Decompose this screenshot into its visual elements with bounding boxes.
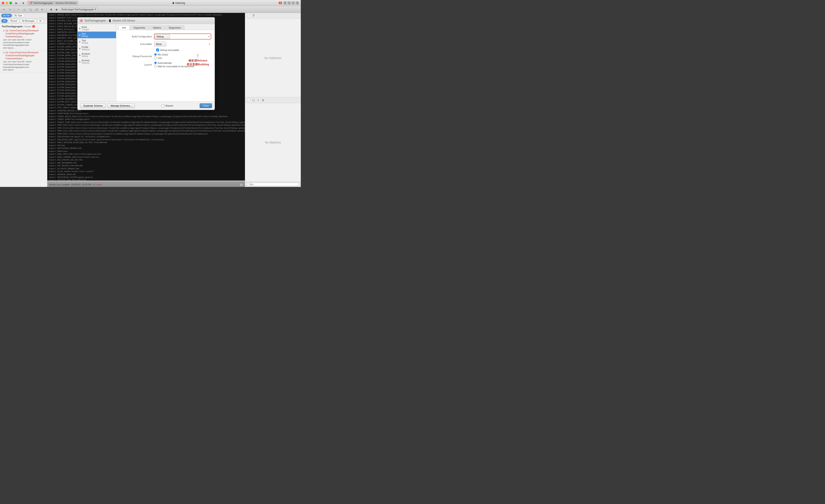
root-radio[interactable] <box>154 57 157 59</box>
by-type-button[interactable]: By Type <box>13 14 24 17</box>
test-group[interactable]: ▶ Test Debug <box>78 38 116 45</box>
tab-info[interactable]: Info <box>119 25 130 30</box>
inspector-toggle[interactable]: ⊞ <box>296 1 299 5</box>
issue-2-title: Cp: /Users/Cain/Library/Developer/Xcode/… <box>5 51 39 60</box>
by-file-button[interactable]: By File <box>1 14 12 17</box>
window-controls-right[interactable]: ⊞ ⊟ ⊡ ⊞ <box>283 1 299 5</box>
nav-issue-1[interactable]: ⊘ Cp: /Users/Cain/Library/Developer/Xcod… <box>0 28 47 50</box>
build-sub: 1 target <box>82 28 89 31</box>
build-name: Build <box>82 26 89 28</box>
modal-footer-left: Duplicate Scheme Manage Schemes... <box>80 103 135 108</box>
close-button[interactable] <box>2 2 4 4</box>
breadcrumb-project: TestTwoAggregate <box>84 19 106 22</box>
all-filter[interactable]: All <box>1 19 7 23</box>
doc-icon[interactable]: 📄 <box>247 98 251 102</box>
modal-content: ▶ Build 1 target ▶ Run Debug <box>78 24 215 101</box>
annotation: ↑ 修改成Release然后直接Building <box>187 53 209 66</box>
undo-button[interactable]: ↩ <box>1 7 6 12</box>
nav-issue-2[interactable]: ⊘ Cp: /Users/Cain/Library/Developer/Xcod… <box>0 50 47 72</box>
executable-label: Executable <box>120 43 154 45</box>
right-panel: 📄 ❓ No Selection 📄 { } ℹ ⊞ No Matches <box>245 13 301 187</box>
right-panel-no-selection: No Selection <box>245 19 301 97</box>
modal-footer: Duplicate Scheme Manage Schemes... Share… <box>78 101 215 110</box>
target-tab-label: TestTwoAggregate <box>33 2 53 4</box>
navigator-toggle[interactable]: ⊡ <box>292 1 295 5</box>
build-config-select-container: Debug Release <box>154 33 211 40</box>
main-area: export SOURCE_ROOT=/Users/Cain/Library/D… <box>47 13 245 187</box>
modal-breadcrumb: TestTwoAggregate › 📱 Generic iOS Device <box>84 19 135 22</box>
close-button[interactable]: Close <box>200 103 212 108</box>
scheme-selector[interactable]: Build target TestTwoAggregate ▾ <box>60 7 97 11</box>
title-bar: ▶ ■ 🎯 TestTwoAggregate › Generic iOS Dev… <box>0 0 301 6</box>
target-tab[interactable]: 🎯 TestTwoAggregate › Generic iOS Device <box>27 1 78 5</box>
wait-radio[interactable] <box>154 65 157 68</box>
profile-group[interactable]: ▶ Profile Release <box>78 45 116 52</box>
all-messages-filter[interactable]: All Messages <box>20 19 36 23</box>
analyze-name: Analyze <box>82 53 90 55</box>
debug-executable-checkbox[interactable] <box>156 49 159 51</box>
analyze-group[interactable]: ▶ Analyze Debug <box>78 52 116 58</box>
archive-group[interactable]: ▶ Archive Release <box>78 58 116 65</box>
tab-separator: › <box>54 1 55 5</box>
find-button[interactable]: 🔍 <box>28 7 33 12</box>
sidebar-toggle[interactable]: ⊞ <box>283 1 287 5</box>
breakpoints-button[interactable]: ⊳ <box>40 7 45 12</box>
shared-label: Shared <box>165 104 173 107</box>
project-name: TestTwoAggregate <box>2 25 22 28</box>
nav-error-badge: ! <box>32 25 35 28</box>
tab-diagnostics[interactable]: Diagnostics <box>165 25 184 30</box>
issue-1-title: Cp: /Users/Cain/Library/Developer/Xcode/… <box>5 29 39 38</box>
test-name: Test <box>82 39 88 42</box>
tab-options[interactable]: Options <box>149 25 165 30</box>
build-config-select[interactable]: Debug Release <box>155 34 170 39</box>
forward-button[interactable]: ▶ <box>54 7 59 12</box>
profile-name: Profile <box>82 46 90 48</box>
right-panel-icons-2: 📄 { } ℹ ⊞ <box>247 98 265 102</box>
window-controls[interactable] <box>2 2 12 4</box>
stop-button[interactable]: ■ <box>21 1 26 5</box>
archive-arrow: ▶ <box>79 61 81 63</box>
build-issues-button[interactable]: △ <box>22 7 27 12</box>
tab-arguments[interactable]: Arguments <box>130 25 149 30</box>
shared-container: Shared <box>162 104 173 107</box>
run-button[interactable]: ▶ <box>14 1 19 5</box>
redo-button[interactable]: ↪ <box>7 7 12 12</box>
analyze-sub: Debug <box>82 55 90 57</box>
right-panel-filter-input[interactable] <box>247 183 299 186</box>
code-icon[interactable]: { } <box>251 98 255 102</box>
no-matches-label: No Matches <box>265 141 281 144</box>
filter-shortcut[interactable]: Al <box>38 19 43 23</box>
right-panel-no-matches: No Matches <box>245 103 301 182</box>
source-control-button[interactable]: ⎇ <box>34 7 39 12</box>
quick-help-icon[interactable]: ❓ <box>251 14 255 18</box>
scheme-list: ▶ Build 1 target ▶ Run Debug <box>78 24 116 101</box>
maximize-button[interactable] <box>9 2 12 4</box>
recent-filter[interactable]: Recent <box>8 19 19 23</box>
navigator-panel: By File By Type All Recent All Messages … <box>0 13 47 187</box>
me-cain-radio[interactable] <box>154 53 157 56</box>
toolbar: ↩ ↪ ＋ △ 🔍 ⎇ ⊳ ◀ ▶ Build target TestTwoAg… <box>0 6 301 13</box>
run-group[interactable]: ▶ Run Debug <box>78 31 116 38</box>
content-area: By File By Type All Recent All Messages … <box>0 13 301 187</box>
executable-select[interactable]: None <box>154 42 166 47</box>
shared-checkbox[interactable] <box>162 104 164 107</box>
info-icon[interactable]: ℹ <box>256 98 260 102</box>
automatically-radio[interactable] <box>154 61 157 64</box>
scheme-config: Info Arguments Options Diagnostics Build… <box>116 24 215 101</box>
scheme-label: Build target TestTwoAggregate <box>62 8 94 11</box>
layout-btn[interactable]: ⊟ <box>288 1 291 5</box>
manage-schemes-button[interactable]: Manage Schemes... <box>107 103 135 108</box>
archive-sub: Release <box>82 62 90 64</box>
annotation-text: 修改成Release然后直接Building <box>187 59 209 66</box>
minimize-button[interactable] <box>6 2 8 4</box>
scheme-tabs: Info Arguments Options Diagnostics <box>116 24 215 30</box>
build-group[interactable]: ▶ Build 1 target <box>78 25 116 31</box>
back-button[interactable]: ◀ <box>48 7 53 12</box>
file-icon[interactable]: 📄 <box>247 14 251 18</box>
debug-executable-label: Debug executable <box>160 49 179 51</box>
grid-icon[interactable]: ⊞ <box>261 98 265 102</box>
profile-arrow: ▶ <box>79 47 81 50</box>
add-button[interactable]: ＋ <box>16 7 21 12</box>
build-config-row: Build Configuration Debug Release <box>120 33 211 40</box>
duplicate-scheme-button[interactable]: Duplicate Scheme <box>80 103 106 108</box>
